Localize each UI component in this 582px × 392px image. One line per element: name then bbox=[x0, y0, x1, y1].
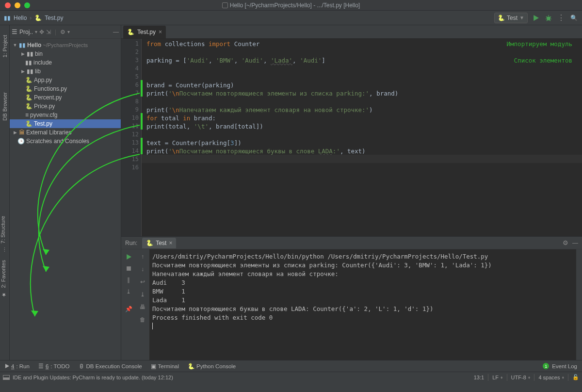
line-number[interactable]: 11 bbox=[121, 122, 139, 131]
rail-tab-project[interactable]: 1: Project bbox=[2, 31, 8, 61]
tree-node-scratches[interactable]: 🕒 Scratches and Consoles bbox=[10, 137, 121, 146]
run-configuration-selector[interactable]: 🐍 Test ▼ bbox=[494, 13, 528, 23]
tree-node-external-libraries[interactable]: ▶🏛 External Libraries bbox=[10, 128, 121, 137]
breadcrumb-file[interactable]: Test.py bbox=[45, 15, 63, 21]
close-tab-icon[interactable]: × bbox=[159, 29, 162, 35]
tool-run[interactable]: 4: Run bbox=[5, 363, 30, 369]
pause-button[interactable]: ∥ bbox=[124, 276, 133, 284]
line-number[interactable]: 1 bbox=[121, 40, 139, 48]
line-number[interactable]: 2 bbox=[121, 48, 139, 56]
tool-db-exec[interactable]: 🛢DB Execution Console bbox=[79, 363, 142, 369]
select-opened-file-icon[interactable]: ✥ bbox=[39, 29, 44, 35]
run-tab[interactable]: 🐍 Test × bbox=[142, 238, 176, 248]
hide-tool-window-icon[interactable]: — bbox=[572, 240, 578, 246]
editor-tab-label: Test.py bbox=[137, 29, 156, 35]
rail-tab-db-browser[interactable]: DB Browser bbox=[2, 88, 8, 125]
editor-body[interactable]: 1 2 3 4 5 6 7 8 9 10 11 12 13 14 15 16 И… bbox=[121, 39, 582, 236]
readonly-lock-icon[interactable]: 🔓 bbox=[572, 374, 579, 380]
search-everywhere-button[interactable]: 🔍 bbox=[569, 14, 578, 22]
line-number[interactable]: 4 bbox=[121, 65, 139, 73]
minimize-window-button[interactable] bbox=[15, 2, 20, 8]
tree-root[interactable]: ▼▮▮ Hello ~/PycharmProjects bbox=[10, 41, 121, 49]
output-scrollbar[interactable] bbox=[576, 249, 582, 360]
editor-tab-test[interactable]: 🐍 Test.py × bbox=[123, 26, 166, 38]
debug-button[interactable] bbox=[544, 14, 553, 22]
tool-todo[interactable]: ☰6: TODO bbox=[38, 363, 70, 370]
settings-icon[interactable]: ⚙ bbox=[563, 239, 568, 246]
status-encoding[interactable]: UTF-8 bbox=[511, 375, 526, 380]
project-tree[interactable]: ▼▮▮ Hello ~/PycharmProjects ▶▮▮ bin ▮▮ i… bbox=[10, 39, 121, 147]
close-window-button[interactable] bbox=[5, 2, 11, 8]
line-number[interactable]: 16 bbox=[121, 163, 139, 172]
scroll-to-end-icon[interactable]: ⤓ bbox=[138, 290, 147, 299]
python-file-icon: 🐍 bbox=[25, 85, 32, 92]
project-title: Proj.. bbox=[19, 29, 33, 35]
tree-node-cfg[interactable]: ≡ pyvenv.cfg bbox=[10, 111, 121, 119]
breadcrumb[interactable]: ▮▮ Hello › 🐍 Test.py bbox=[4, 15, 63, 21]
python-file-icon: 🐍 bbox=[34, 15, 42, 21]
collapse-all-icon[interactable]: ⇲ bbox=[46, 29, 51, 35]
status-line-col[interactable]: 13:1 bbox=[474, 375, 484, 380]
line-number[interactable]: 12 bbox=[121, 131, 139, 139]
line-number[interactable]: 14 bbox=[121, 147, 139, 155]
status-message[interactable]: IDE and Plugin Updates: PyCharm is ready… bbox=[13, 375, 173, 380]
folder-icon: ▮▮ bbox=[25, 59, 32, 66]
tree-node-percent[interactable]: 🐍 Percent.py bbox=[10, 93, 121, 102]
line-number[interactable]: 7 bbox=[121, 89, 139, 98]
rerun-button[interactable] bbox=[124, 252, 133, 261]
tree-node-lib[interactable]: ▶▮▮ lib bbox=[10, 67, 121, 76]
output-line: Process finished with exit code 0 bbox=[152, 313, 571, 322]
code-area[interactable]: Импортируем модуль Список элементов from… bbox=[142, 39, 582, 236]
run-tab-label: Test bbox=[156, 240, 166, 246]
breadcrumb-root[interactable]: Hello bbox=[14, 15, 27, 21]
tree-node-functions[interactable]: 🐍 Functions.py bbox=[10, 84, 121, 93]
run-tool-window: Run: 🐍 Test × ⚙ — ∥ ⤓ 📌 bbox=[121, 236, 582, 360]
terminal-icon: ▣ bbox=[151, 363, 156, 370]
run-button[interactable] bbox=[532, 14, 540, 22]
tree-node-test[interactable]: 🐍 Test.py bbox=[10, 119, 121, 128]
hint-comment: Импортируем модуль bbox=[507, 40, 572, 48]
close-tab-icon[interactable]: × bbox=[169, 240, 172, 246]
traffic-lights bbox=[0, 2, 30, 8]
rail-tab-structure[interactable]: … 7: Structure bbox=[0, 212, 6, 256]
up-arrow-icon[interactable]: ↑ bbox=[138, 252, 147, 261]
tool-event-log[interactable]: Event Log bbox=[552, 363, 577, 369]
status-bar: IDE and Plugin Updates: PyCharm is ready… bbox=[0, 372, 582, 382]
toggle-tool-windows-icon[interactable] bbox=[3, 375, 10, 380]
tree-node-label: bin bbox=[35, 50, 43, 57]
soft-wrap-icon[interactable]: ↩ bbox=[138, 278, 147, 286]
run-output[interactable]: /Users/dmitriy/PycharmProjects/Hello/bin… bbox=[149, 249, 576, 360]
tree-node-price[interactable]: 🐍 Price.py bbox=[10, 102, 121, 111]
tree-node-bin[interactable]: ▶▮▮ bin bbox=[10, 49, 121, 58]
line-number[interactable]: 10 bbox=[121, 114, 139, 122]
rail-tab-favorites[interactable]: ★ 2: Favorites bbox=[0, 256, 6, 302]
line-number[interactable]: 3 bbox=[121, 56, 139, 65]
tool-terminal[interactable]: ▣Terminal bbox=[151, 363, 179, 370]
down-arrow-icon[interactable]: ↓ bbox=[138, 265, 147, 274]
line-number[interactable]: 15 bbox=[121, 155, 139, 163]
tree-node-app[interactable]: 🐍 App.py bbox=[10, 76, 121, 84]
settings-icon[interactable]: ⚙ bbox=[60, 29, 65, 35]
line-number[interactable]: 6 bbox=[121, 81, 139, 89]
status-indent[interactable]: 4 spaces bbox=[538, 375, 560, 380]
hide-tool-window-icon[interactable]: — bbox=[113, 29, 119, 35]
line-number-gutter[interactable]: 1 2 3 4 5 6 7 8 9 10 11 12 13 14 15 16 bbox=[121, 39, 142, 236]
print-icon[interactable]: 🖶 bbox=[138, 303, 147, 311]
line-number[interactable]: 13 bbox=[121, 139, 139, 147]
line-number[interactable]: 9 bbox=[121, 106, 139, 114]
export-button[interactable]: ⤓ bbox=[124, 287, 133, 296]
svg-marker-4 bbox=[5, 364, 9, 368]
zoom-window-button[interactable] bbox=[24, 2, 30, 8]
output-line: Audi 3 bbox=[152, 278, 571, 287]
pin-tab-button[interactable]: 📌 bbox=[124, 305, 133, 313]
tree-node-include[interactable]: ▮▮ include bbox=[10, 58, 121, 67]
event-count-badge[interactable]: 1 bbox=[543, 363, 549, 369]
python-icon: 🐍 bbox=[188, 363, 194, 370]
line-number[interactable]: 8 bbox=[121, 98, 139, 106]
status-eol[interactable]: LF bbox=[492, 375, 499, 380]
line-number[interactable]: 5 bbox=[121, 73, 139, 81]
tool-python-console[interactable]: 🐍Python Console bbox=[188, 363, 236, 370]
stop-button[interactable] bbox=[124, 264, 133, 273]
clear-all-icon[interactable]: 🗑 bbox=[138, 315, 147, 324]
more-actions-button[interactable]: ⋮ bbox=[557, 14, 566, 22]
